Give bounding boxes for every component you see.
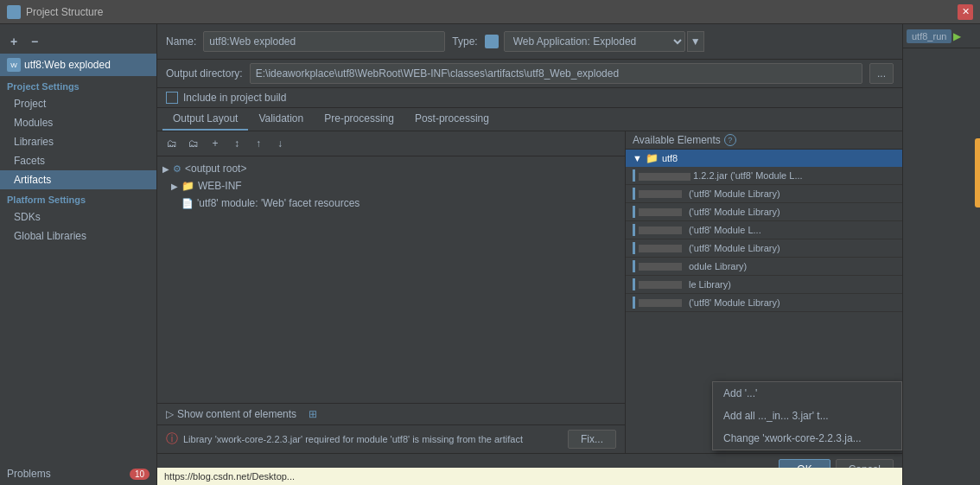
title-bar: Project Structure ✕ [0, 0, 980, 24]
title-bar-icon [7, 5, 21, 19]
sidebar-item-project[interactable]: Project [0, 94, 156, 113]
ide-right-panel: utf8_run ▶ [902, 24, 980, 485]
elements-suffix-7: ('utf8' Module Library) [689, 297, 780, 308]
type-arrow-button[interactable]: ▼ [687, 31, 704, 52]
tree-row-facet-resources[interactable]: 📄 'utf8' module: 'Web' facet resources [157, 195, 625, 212]
available-elements-label: Available Elements [633, 134, 721, 146]
tree-row-webinf[interactable]: ▶ 📁 WEB-INF [157, 177, 625, 195]
output-dir-input[interactable] [250, 63, 862, 84]
help-icon[interactable]: ? [724, 134, 736, 146]
elements-suffix-5: odule Library) [689, 261, 747, 271]
facet-label: 'utf8' module: 'Web' facet resources [197, 197, 360, 209]
add-artifact-button[interactable]: + [5, 33, 22, 50]
elements-suffix-4: ('utf8' Module Library) [689, 243, 780, 253]
elements-row-5[interactable]: odule Library) [626, 258, 902, 276]
facet-icon: 📄 [181, 198, 194, 209]
play-icon[interactable]: ▶ [953, 30, 961, 42]
include-label: Include in project build [183, 92, 286, 104]
expand-triangle: ▼ [633, 153, 642, 163]
remove-artifact-button[interactable]: − [26, 33, 43, 50]
blur-3 [639, 227, 682, 234]
run-button[interactable]: utf8_run [907, 29, 951, 43]
tab-pre-processing[interactable]: Pre-processing [314, 108, 404, 131]
fix-button[interactable]: Fix... [568, 430, 616, 449]
sidebar-item-modules[interactable]: Modules [0, 113, 156, 132]
tree-folder-button[interactable]: 🗂 [184, 134, 203, 153]
elements-suffix-2: ('utf8' Module Library) [689, 207, 780, 217]
bar-7 [633, 297, 635, 309]
name-label: Name: [166, 35, 196, 48]
tab-post-processing[interactable]: Post-processing [404, 108, 500, 131]
show-content-label: Show content of elements [177, 408, 296, 420]
tree-row-output-root[interactable]: ▶ ⚙ <output root> [157, 160, 625, 177]
sidebar-item-global-libraries[interactable]: Global Libraries [0, 227, 156, 246]
tab-validation[interactable]: Validation [248, 108, 314, 131]
elements-row-6[interactable]: le Library) [626, 276, 902, 294]
show-content-button[interactable]: ▷ Show content of elements [166, 408, 296, 420]
tree-plus-button[interactable]: + [206, 134, 225, 153]
elements-row-0[interactable]: 1.2.2.jar ('utf8' Module L... [626, 167, 902, 185]
blur-1 [639, 190, 682, 198]
include-checkbox[interactable] [166, 92, 178, 104]
include-row: Include in project build [157, 88, 902, 108]
sidebar-item-libraries[interactable]: Libraries [0, 132, 156, 151]
tree-content: ▶ ⚙ <output root> ▶ 📁 WEB-INF 📄 'utf8' m… [157, 156, 625, 403]
tree-down-button[interactable]: ↓ [270, 134, 290, 153]
blur-6 [639, 281, 682, 289]
output-dir-row: Output directory: ... [157, 60, 902, 88]
run-label: utf8_run [912, 31, 946, 41]
bar-2 [633, 206, 635, 218]
context-menu-item-add-all[interactable]: Add all ..._in... 3.jar' t... [713, 405, 901, 427]
main-layout: + − W utf8:Web exploded Project Settings… [0, 24, 980, 485]
sidebar: + − W utf8:Web exploded Project Settings… [0, 24, 157, 485]
blur-2 [639, 208, 682, 216]
sidebar-item-artifacts[interactable]: Artifacts [0, 170, 156, 189]
bar-1 [633, 188, 635, 200]
elements-row-4[interactable]: ('utf8' Module Library) [626, 239, 902, 258]
show-content-icon[interactable]: ⊞ [309, 408, 317, 420]
type-dropdown-wrapper: Web Application: Exploded ▼ [485, 31, 704, 52]
context-menu-item-change[interactable]: Change 'xwork-core-2.2.3.ja... [713, 427, 901, 450]
accent-bar [975, 138, 980, 207]
artifact-name: utf8:Web exploded [24, 59, 111, 71]
tree-up-button[interactable]: ↑ [249, 134, 268, 153]
tree-sort-button[interactable]: ↕ [227, 134, 246, 153]
tooltip-bar: https://blog.csdn.net/Desktop... [157, 468, 902, 485]
bar-3 [633, 224, 635, 236]
sidebar-item-facets[interactable]: Facets [0, 151, 156, 170]
browse-button[interactable]: ... [869, 63, 894, 84]
section-header-platform-settings: Platform Settings [0, 189, 156, 207]
elements-row-3[interactable]: ('utf8' Module L... [626, 221, 902, 239]
elements-row-2[interactable]: ('utf8' Module Library) [626, 203, 902, 221]
close-button[interactable]: ✕ [958, 4, 973, 20]
tree-panel: 🗂 🗂 + ↕ ↑ ↓ ▶ ⚙ <output root> ▶ 📁 [157, 131, 626, 453]
section-header-project-settings: Project Settings [0, 76, 156, 94]
warning-text: Library 'xwork-core-2.2.3.jar' required … [183, 434, 563, 444]
show-content-arrow: ▷ [166, 408, 174, 420]
bar-0 [633, 169, 635, 182]
artifact-list-item[interactable]: W utf8:Web exploded [0, 54, 156, 76]
problems-section[interactable]: Problems 10 [0, 463, 156, 485]
context-menu-item-add[interactable]: Add '...' [713, 382, 901, 405]
type-select[interactable]: Web Application: Exploded [504, 31, 685, 52]
sidebar-toolbar: + − [0, 29, 156, 54]
type-icon [485, 35, 499, 48]
elements-tree-root: utf8 [662, 153, 678, 163]
elements-row-1[interactable]: ('utf8' Module Library) [626, 185, 902, 203]
sidebar-item-sdks[interactable]: SDKs [0, 207, 156, 227]
bottom-area: ▷ Show content of elements ⊞ ⓘ Library '… [157, 403, 625, 453]
name-input[interactable] [203, 31, 445, 52]
bar-4 [633, 242, 635, 254]
webinf-icon: 📁 [181, 180, 194, 192]
tab-output-layout[interactable]: Output Layout [162, 108, 248, 131]
blur-5 [639, 263, 682, 271]
output-root-label: <output root> [185, 163, 246, 175]
right-panel: Name: Type: Web Application: Exploded ▼ … [157, 24, 902, 485]
elements-row-7[interactable]: ('utf8' Module Library) [626, 294, 902, 312]
bar-5 [633, 260, 635, 272]
show-content-row: ▷ Show content of elements ⊞ [157, 404, 625, 425]
tree-add-button[interactable]: 🗂 [162, 134, 181, 153]
elements-header: Available Elements ? [626, 131, 902, 150]
warning-icon: ⓘ [166, 431, 178, 447]
elements-tree-header[interactable]: ▼ 📁 utf8 [626, 150, 902, 167]
